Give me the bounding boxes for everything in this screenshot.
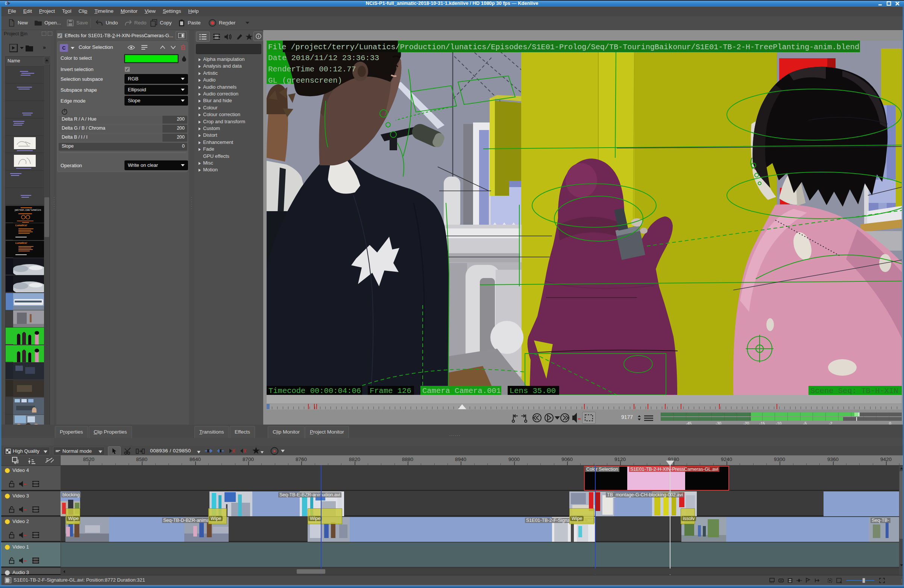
svg-text:Frame 126: Frame 126 bbox=[370, 386, 411, 395]
svg-text:GL (greenscreen): GL (greenscreen) bbox=[268, 76, 342, 85]
svg-text:RenderTime 00:12.77: RenderTime 00:12.77 bbox=[268, 65, 356, 74]
svg-text:Camera Camera.001: Camera Camera.001 bbox=[422, 386, 501, 395]
svg-text:Scene Seq: TB-H-XIN: Scene Seq: TB-H-XIN bbox=[810, 386, 898, 395]
svg-text:Date 2018/11/12 23:36:33: Date 2018/11/12 23:36:33 bbox=[268, 54, 379, 62]
svg-text:File /project/terry/Lunatics/P: File /project/terry/Lunatics/Production/… bbox=[268, 43, 859, 52]
svg-text:Timecode 00:00:04:06: Timecode 00:00:04:06 bbox=[269, 386, 361, 395]
svg-text:Lens 35.00: Lens 35.00 bbox=[509, 386, 556, 395]
